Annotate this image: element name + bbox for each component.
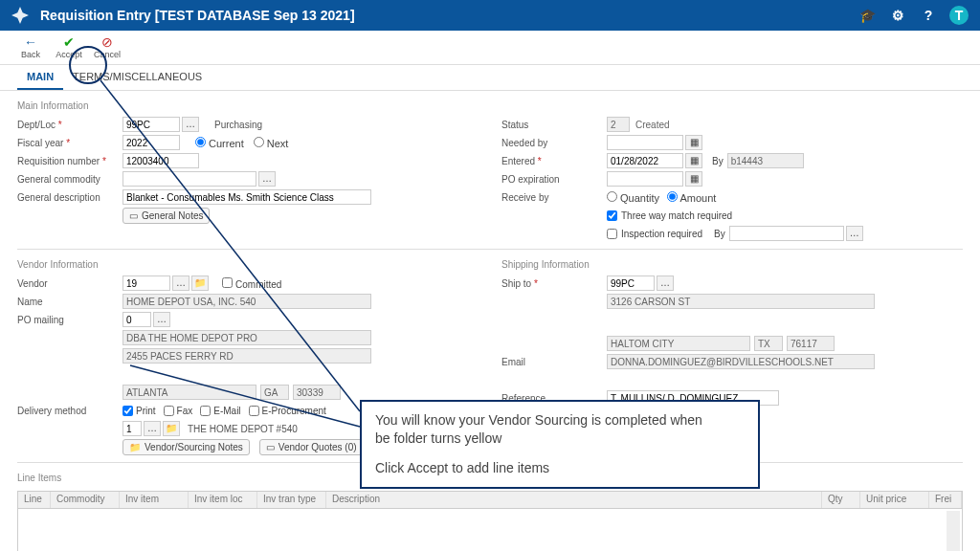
folder-icon: ▭ [129,210,138,221]
label-poexp: PO expiration [501,174,607,185]
deliv-name: THE HOME DEPOT #540 [188,424,298,434]
chk-inspection[interactable] [607,229,617,239]
toolbar: ←Back ✔Accept ⊘Cancel [0,31,980,65]
fiscal-field[interactable] [122,135,180,150]
shipto-ellipsis-button[interactable]: … [657,276,674,291]
label-vendor: Vendor [17,278,122,289]
title-bar: Requisition Entry [TEST DATABASE Sep 13 … [0,0,980,31]
grid-header: LineCommodity Inv itemInv item loc Inv t… [18,492,962,509]
label-status: Status [501,120,607,130]
radio-current[interactable] [195,137,206,147]
gcomm-ellipsis-button[interactable]: … [258,171,276,187]
tab-main[interactable]: MAIN [17,65,63,90]
radio-amount[interactable] [667,191,678,202]
quotes-folder-icon: ▭ [266,442,275,452]
insp-ellipsis-button[interactable]: … [846,226,863,241]
deliv-folder-icon[interactable]: 📁 [163,421,180,436]
pomail-field[interactable] [122,312,151,327]
pomail-ellipsis-button[interactable]: … [153,312,170,327]
radio-quantity[interactable] [607,191,617,202]
reqnum-field[interactable] [122,153,199,168]
poexp-field[interactable] [607,171,683,187]
label-needed: Needed by [501,138,607,148]
vendor-zip [293,385,341,400]
ship-addr [607,294,875,309]
label-pomail: PO mailing [17,315,122,325]
section-ship: Shipping Information [501,255,963,274]
label-delivery: Delivery method [17,406,122,416]
vendor-dba [122,330,371,345]
window-title: Requisition Entry [TEST DATABASE Sep 13 … [40,8,355,23]
vs-folder-icon: 📁 [129,442,141,452]
ship-city [607,336,750,351]
radio-next[interactable] [254,137,264,147]
vendor-state [260,385,289,400]
dept-ellipsis-button[interactable]: … [182,117,199,132]
vendor-city [122,385,256,400]
gear-icon[interactable]: ⚙ [888,6,907,25]
vendor-addr1 [122,348,371,364]
instruction-callout: You will know your Vendor Sourcing is co… [360,400,760,489]
vendor-sourcing-notes-button[interactable]: 📁Vendor/Sourcing Notes [122,439,250,455]
accept-button[interactable]: ✔Accept [50,34,88,59]
ship-zip [787,336,835,351]
label-purchasing: Purchasing [214,120,262,130]
label-recv: Receive by [501,192,607,203]
label-shipemail: Email [501,357,607,367]
tab-terms[interactable]: TERMS/MISCELLANEOUS [63,65,212,90]
back-button[interactable]: ←Back [11,34,50,59]
help-icon[interactable]: ? [919,6,938,25]
tab-strip: MAIN TERMS/MISCELLANEOUS [0,65,980,91]
label-shipto: Ship to [501,278,607,289]
avatar[interactable]: T [949,6,969,25]
needed-cal-icon[interactable]: ▦ [685,135,702,150]
chk-eproc[interactable] [249,406,259,416]
chk-fax[interactable] [164,406,174,416]
label-gcomm: General commodity [17,174,122,185]
section-vendor: Vendor Information [17,255,479,274]
gdesc-field[interactable] [122,189,371,205]
chk-committed[interactable] [222,277,233,288]
status-code [607,117,630,132]
label-dept: Dept/Loc [17,120,122,130]
label-fiscal: Fiscal year [17,138,122,148]
entered-by-field [727,153,804,168]
label-name: Name [17,297,122,307]
graduation-icon[interactable]: 🎓 [858,6,877,25]
dept-field[interactable] [122,117,180,132]
vendor-name-field [122,294,371,309]
entered-field[interactable] [607,153,683,168]
status-text: Created [635,120,670,130]
poexp-cal-icon[interactable]: ▦ [685,171,702,187]
entered-cal-icon[interactable]: ▦ [685,153,702,168]
vendor-ellipsis-button[interactable]: … [172,276,189,291]
label-gdesc: General description [17,192,122,203]
shipto-field[interactable] [607,276,655,291]
general-notes-button[interactable]: ▭General Notes [122,208,210,224]
label-entered: Entered [501,156,607,166]
inspection-by-field[interactable] [729,226,844,241]
section-main-info: Main Information [17,97,963,115]
vendor-id-field[interactable] [122,276,170,291]
vendor-folder-icon[interactable]: 📁 [191,276,209,291]
cancel-button[interactable]: ⊘Cancel [88,34,126,59]
grid-scrollbar[interactable] [947,511,960,551]
line-items-grid[interactable]: LineCommodity Inv itemInv item loc Inv t… [17,491,963,551]
label-reqnum: Requisition number [17,156,122,166]
chk-email[interactable] [200,406,211,416]
chk-threeway[interactable] [607,210,617,221]
chk-print[interactable] [122,406,133,416]
needed-field[interactable] [607,135,683,150]
app-logo-icon [11,7,29,24]
ship-email [607,354,875,369]
gcomm-field[interactable] [122,171,256,187]
deliv-num-field[interactable] [122,421,142,436]
vendor-quotes-button[interactable]: ▭Vendor Quotes (0) [259,439,364,455]
deliv-ellipsis-button[interactable]: … [144,421,161,436]
ship-state [754,336,783,351]
